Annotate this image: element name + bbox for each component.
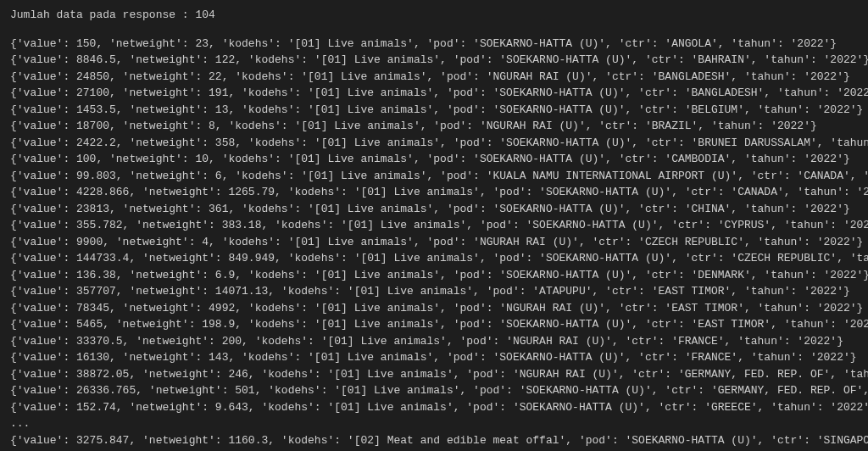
output-record-line: {'value': 23813, 'netweight': 361, 'kode… <box>10 201 858 218</box>
output-record-line: {'value': 99.803, 'netweight': 6, 'kodeh… <box>10 168 858 185</box>
output-record-line: {'value': 136.38, 'netweight': 6.9, 'kod… <box>10 267 858 284</box>
output-records-top: {'value': 150, 'netweight': 23, 'kodehs'… <box>10 36 858 416</box>
output-record-line: {'value': 78345, 'netweight': 4992, 'kod… <box>10 300 858 317</box>
output-record-line: {'value': 8846.5, 'netweight': 122, 'kod… <box>10 52 858 69</box>
output-record-line: {'value': 33370.5, 'netweight': 200, 'ko… <box>10 333 858 350</box>
output-record-line: {'value': 9900, 'netweight': 4, 'kodehs'… <box>10 234 858 251</box>
output-record-line: {'value': 3275.847, 'netweight': 1160.3,… <box>10 432 858 449</box>
output-records-bottom: {'value': 3275.847, 'netweight': 1160.3,… <box>10 432 858 452</box>
output-header: Jumlah data pada response : 104 <box>10 7 858 24</box>
output-record-line: {'value': 150, 'netweight': 23, 'kodehs'… <box>10 36 858 53</box>
output-record-line: {'value': 152.74, 'netweight': 9.643, 'k… <box>10 399 858 416</box>
output-record-line: {'value': 38872.05, 'netweight': 246, 'k… <box>10 366 858 383</box>
output-record-line: {'value': 4228.866, 'netweight': 1265.79… <box>10 184 858 201</box>
output-record-line: {'value': 355.782, 'netweight': 383.18, … <box>10 217 858 234</box>
output-record-line: {'value': 18700, 'netweight': 8, 'kodehs… <box>10 118 858 135</box>
output-record-line: {'value': 1453.5, 'netweight': 13, 'kode… <box>10 102 858 119</box>
output-ellipsis: ... <box>10 415 858 432</box>
output-record-line: {'value': 27100, 'netweight': 191, 'kode… <box>10 85 858 102</box>
output-record-line: {'value': 357707, 'netweight': 14071.13,… <box>10 283 858 300</box>
output-record-line: {'value': 144733.4, 'netweight': 849.949… <box>10 250 858 267</box>
output-record-line: {'value': 26336.765, 'netweight': 501, '… <box>10 382 858 399</box>
output-record-line: {'value': 16130, 'netweight': 143, 'kode… <box>10 349 858 366</box>
output-record-line: {'value': 5465, 'netweight': 198.9, 'kod… <box>10 316 858 333</box>
output-record-line: {'value': 24850, 'netweight': 22, 'kodeh… <box>10 69 858 86</box>
output-record-line: {'value': 100, 'netweight': 10, 'kodehs'… <box>10 151 858 168</box>
output-record-line: {'value': 2422.2, 'netweight': 358, 'kod… <box>10 135 858 152</box>
